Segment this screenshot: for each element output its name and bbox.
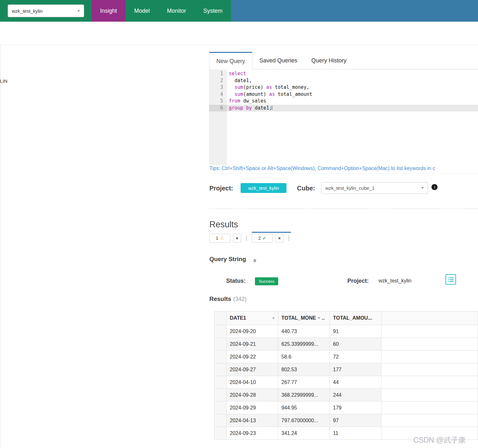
filler-cell bbox=[381, 363, 478, 376]
table-row[interactable]: 2024-09-21625.33999999...60 bbox=[214, 338, 478, 351]
line-number: 2 bbox=[209, 77, 227, 84]
table-cell: 802.53 bbox=[278, 363, 330, 376]
code-line[interactable]: sum(price) as total_money, bbox=[227, 84, 478, 91]
table-cell: 2024-09-27 bbox=[227, 363, 278, 376]
table-row[interactable]: 2024-09-28368.22999999...244 bbox=[214, 389, 478, 402]
editor-code[interactable]: select date1, sum(price) as total_money,… bbox=[227, 69, 478, 165]
sidebar-truncated-text: LIN bbox=[0, 78, 7, 84]
warning-icon: ⚠ bbox=[220, 236, 224, 241]
cube-label: Cube: bbox=[297, 185, 315, 192]
code-line[interactable]: from dw_sales bbox=[227, 98, 478, 105]
status-badge: Success bbox=[255, 277, 278, 285]
column-header-date1[interactable]: DATE1 bbox=[227, 311, 278, 325]
project-button[interactable]: wzk_test_kylin bbox=[241, 183, 286, 193]
nav-tab-system[interactable]: System bbox=[195, 0, 231, 22]
code-line[interactable]: date1, bbox=[227, 77, 478, 84]
sql-text bbox=[229, 84, 235, 90]
project-selector-dropdown[interactable]: wzk_test_kylin bbox=[8, 4, 84, 17]
table-cell: 440.73 bbox=[278, 325, 330, 338]
code-line[interactable]: group by date1; bbox=[227, 105, 478, 112]
tab-label: Saved Queries bbox=[259, 57, 297, 64]
nav-tab-monitor[interactable]: Monitor bbox=[158, 0, 195, 22]
results-section-title: Results bbox=[209, 220, 238, 230]
table-row[interactable]: 2024-09-27802.53177 bbox=[214, 363, 478, 376]
result-tab-1[interactable]: 1 ⚠ bbox=[209, 234, 230, 243]
results-count-label: Results bbox=[209, 295, 231, 302]
code-line[interactable]: select bbox=[227, 70, 478, 77]
results-table: DATE1 TOTAL_MONE .. TOTAL_AMOU... 202 bbox=[214, 311, 478, 440]
table-cell: 368.22999999... bbox=[278, 389, 330, 402]
table-cell: 177 bbox=[330, 363, 381, 376]
table-cell: 625.33999999... bbox=[278, 338, 330, 351]
query-detail-list-icon[interactable] bbox=[445, 274, 456, 285]
filler-cell bbox=[381, 325, 478, 338]
tab-new-query[interactable]: New Query bbox=[209, 52, 252, 69]
column-header-total-money[interactable]: TOTAL_MONE .. bbox=[278, 311, 330, 325]
tab-label: New Query bbox=[216, 58, 245, 65]
table-cell: 2024-04-10 bbox=[227, 376, 278, 389]
nav-tab-label: Model bbox=[134, 8, 150, 14]
table-cell: 2024-09-21 bbox=[227, 338, 278, 351]
result-tab-label: 2 bbox=[258, 236, 261, 241]
table-cell: 11 bbox=[330, 427, 381, 440]
table-header-row: DATE1 TOTAL_MONE .. TOTAL_AMOU... bbox=[214, 311, 478, 325]
sql-keyword: as bbox=[266, 84, 272, 90]
table-cell: 944.95 bbox=[278, 402, 330, 414]
panel-top-divider bbox=[0, 45, 478, 45]
sort-caret-icon bbox=[272, 317, 275, 319]
tab-query-history[interactable]: Query History bbox=[304, 52, 353, 69]
line-number: 6 bbox=[209, 105, 227, 112]
sql-text: (amount) bbox=[243, 91, 269, 97]
filler-cell bbox=[381, 376, 478, 389]
query-string-label: Query String bbox=[209, 256, 246, 263]
table-row[interactable]: 2024-09-2258.672 bbox=[214, 351, 478, 363]
table-cell: 58.6 bbox=[278, 351, 330, 363]
editor-tips: Tips: Ctrl+Shift+Space or Alt+Space(Wind… bbox=[209, 166, 478, 174]
table-cell: 797.67000000... bbox=[278, 414, 330, 427]
close-result-tab-2-button[interactable]: ✖ bbox=[275, 234, 284, 243]
line-number: 4 bbox=[209, 91, 227, 98]
row-number-cell bbox=[214, 363, 227, 376]
table-cell: 72 bbox=[330, 351, 381, 363]
list-icon bbox=[448, 276, 454, 283]
table-cell: 2024-09-22 bbox=[227, 351, 278, 363]
check-icon: ✔ bbox=[263, 236, 266, 241]
table-row[interactable]: 2024-09-29944.95179 bbox=[214, 402, 478, 414]
sql-text bbox=[243, 105, 246, 111]
query-tab-bar: New Query Saved Queries Query History bbox=[209, 52, 353, 69]
tab-saved-queries[interactable]: Saved Queries bbox=[252, 52, 304, 69]
header-filler bbox=[381, 311, 478, 325]
nav-tab-model[interactable]: Model bbox=[126, 0, 158, 22]
sort-caret-icon bbox=[318, 317, 320, 319]
table-cell: 91 bbox=[330, 325, 381, 338]
sql-text: total_money, bbox=[272, 84, 309, 90]
table-row[interactable]: 2024-09-20440.7391 bbox=[214, 325, 478, 338]
code-line[interactable]: sum(amount) as total_amount bbox=[227, 91, 478, 98]
nav-tab-insight[interactable]: Insight bbox=[91, 0, 126, 22]
table-cell: 44 bbox=[330, 376, 381, 389]
expand-chevrons-icon[interactable]: » bbox=[252, 259, 259, 261]
editor-gutter: 123456 bbox=[209, 69, 227, 165]
sql-text bbox=[229, 91, 235, 97]
result-tab-2[interactable]: 2 ✔ bbox=[252, 234, 273, 243]
filler-cell bbox=[381, 338, 478, 351]
caret-down-icon bbox=[77, 10, 80, 12]
cube-select-dropdown[interactable]: wzk_test_kylin_cube_1 bbox=[321, 182, 428, 194]
table-cell: 2024-09-29 bbox=[227, 402, 278, 414]
close-result-tab-1-button[interactable]: ✖ bbox=[233, 234, 241, 243]
active-result-tab-indicator bbox=[252, 232, 291, 233]
sql-text: date1; bbox=[252, 105, 272, 111]
sql-editor[interactable]: 123456 select date1, sum(price) as total… bbox=[209, 69, 478, 165]
info-icon[interactable]: i bbox=[431, 184, 438, 190]
table-row[interactable]: 2024-04-10267.7744 bbox=[214, 376, 478, 389]
table-row[interactable]: 2024-04-13797.67000000...97 bbox=[214, 414, 478, 427]
table-cell: 60 bbox=[330, 338, 381, 351]
table-cell: 2024-09-20 bbox=[227, 325, 278, 338]
status-label: Status: bbox=[226, 278, 246, 284]
sql-keyword: group bbox=[229, 105, 243, 111]
tips-divider bbox=[209, 174, 478, 174]
line-number: 3 bbox=[209, 84, 227, 91]
row-number-cell bbox=[214, 376, 227, 389]
column-header-total-amount[interactable]: TOTAL_AMOU... bbox=[330, 311, 381, 325]
sql-keyword: from bbox=[229, 98, 240, 104]
